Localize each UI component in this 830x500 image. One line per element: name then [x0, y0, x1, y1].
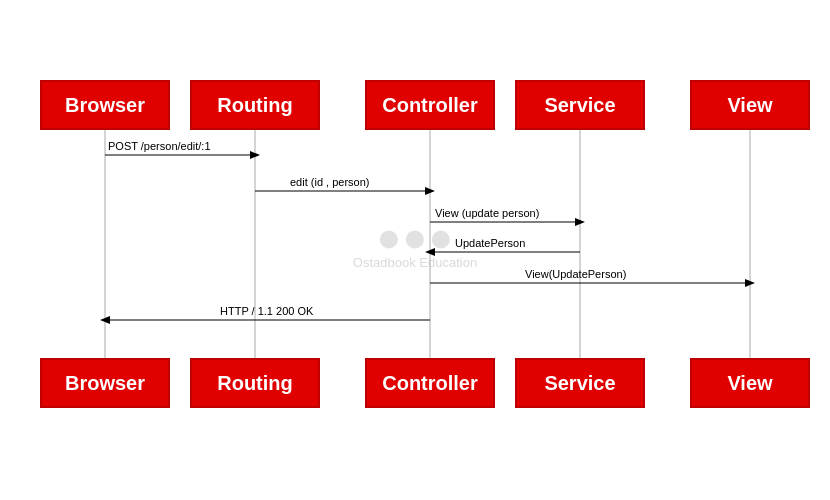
- svg-text:edit (id , person): edit (id , person): [290, 176, 369, 188]
- controller-bot-label: Controller: [382, 372, 478, 395]
- service-bot-label: Service: [544, 372, 615, 395]
- browser-bot-label: Browser: [65, 372, 145, 395]
- browser-top-box: Browser: [40, 80, 170, 130]
- watermark-text: Ostadbook Education: [353, 255, 477, 270]
- watermark-dot-2: [406, 231, 424, 249]
- svg-marker-15: [425, 248, 435, 256]
- browser-bot-box: Browser: [40, 358, 170, 408]
- browser-top-label: Browser: [65, 94, 145, 117]
- svg-text:HTTP / 1.1 200 OK: HTTP / 1.1 200 OK: [220, 305, 314, 317]
- svg-marker-21: [100, 316, 110, 324]
- watermark: Ostadbook Education: [353, 231, 477, 270]
- controller-top-box: Controller: [365, 80, 495, 130]
- view-top-label: View: [727, 94, 772, 117]
- svg-text:UpdatePerson: UpdatePerson: [455, 237, 525, 249]
- svg-marker-6: [250, 151, 260, 159]
- watermark-dot-1: [380, 231, 398, 249]
- diagram-container: POST /person/edit/:1 edit (id , person) …: [0, 0, 830, 500]
- svg-text:View(UpdatePerson): View(UpdatePerson): [525, 268, 626, 280]
- svg-marker-12: [575, 218, 585, 226]
- view-top-box: View: [690, 80, 810, 130]
- view-bot-box: View: [690, 358, 810, 408]
- service-top-box: Service: [515, 80, 645, 130]
- svg-marker-18: [745, 279, 755, 287]
- arrows-svg: POST /person/edit/:1 edit (id , person) …: [0, 0, 830, 500]
- routing-top-label: Routing: [217, 94, 293, 117]
- service-bot-box: Service: [515, 358, 645, 408]
- svg-text:POST /person/edit/:1: POST /person/edit/:1: [108, 140, 211, 152]
- service-top-label: Service: [544, 94, 615, 117]
- svg-text:View (update person): View (update person): [435, 207, 539, 219]
- svg-marker-9: [425, 187, 435, 195]
- view-bot-label: View: [727, 372, 772, 395]
- watermark-dots: [380, 231, 450, 249]
- routing-bot-label: Routing: [217, 372, 293, 395]
- controller-bot-box: Controller: [365, 358, 495, 408]
- watermark-dot-3: [432, 231, 450, 249]
- controller-top-label: Controller: [382, 94, 478, 117]
- routing-top-box: Routing: [190, 80, 320, 130]
- routing-bot-box: Routing: [190, 358, 320, 408]
